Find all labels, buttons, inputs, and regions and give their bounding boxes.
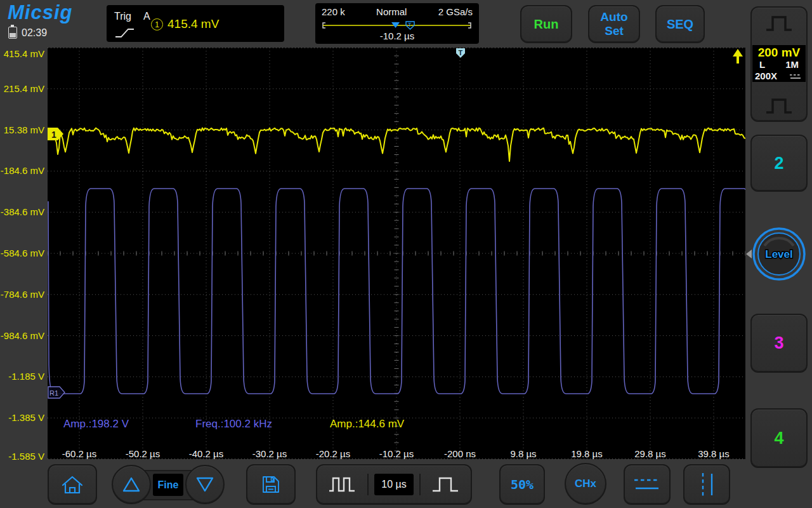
voltage-label: -1.185 V [0, 371, 44, 382]
trigger-level-offscreen-arrow [733, 49, 743, 64]
trigger-label: Trig [114, 11, 131, 22]
graticule-and-traces: 1R1T [48, 48, 745, 459]
level-indicator-arrow [746, 250, 752, 258]
channel-select-button[interactable]: CHx [565, 463, 606, 505]
trigger-status-panel[interactable]: Trig A 1 415.4 mV [107, 5, 284, 42]
voltage-label: -784.6 mV [0, 289, 44, 300]
sample-rate: 2 GSa/s [438, 6, 473, 17]
voltage-label: -384.6 mV [0, 206, 44, 217]
svg-text:R1: R1 [49, 389, 58, 397]
save-button[interactable] [246, 464, 296, 505]
trigger-time-marker: T [456, 48, 465, 58]
timebase-value: 10 µs [374, 474, 414, 495]
triangle-up-icon [122, 476, 141, 493]
pulse-icon [764, 97, 794, 114]
svg-text:T: T [459, 49, 463, 57]
right-control-sidebar: 200 mV L 1M 200X 2 [745, 0, 812, 508]
channel-1-bandwidth: L [759, 59, 765, 70]
adjust-up-button[interactable] [112, 465, 151, 504]
channel-1-badge: 1 [151, 18, 163, 30]
time-label: -20.2 µs [306, 448, 360, 459]
svg-text:1: 1 [51, 130, 56, 140]
channel-2-button[interactable]: 2 [750, 135, 808, 192]
level-knob-label: Level [765, 248, 792, 260]
horizontal-position-value: -10.2 µs [315, 30, 479, 41]
vertical-cursors-button[interactable] [683, 464, 730, 505]
rising-edge-icon [115, 27, 135, 39]
dc-coupling-icon [789, 72, 802, 80]
horizontal-cursors-icon [632, 476, 662, 493]
trigger-mode-normal: Normal [376, 6, 407, 17]
fine-mode-indicator[interactable]: Fine [153, 474, 183, 496]
save-icon [261, 474, 281, 495]
waveform-display[interactable]: 1R1T Amp.:198.2 VFreq.:100.2 kHzAmp.:144… [48, 48, 745, 459]
time-label: 9.8 µs [497, 448, 550, 459]
channel-1-scale: 200 mV [752, 45, 806, 59]
channel-1-position-marker: 1 [48, 128, 63, 140]
status-clock-row: 02:39 [8, 27, 47, 39]
memory-position-bar[interactable]: T [315, 20, 479, 30]
trigger-mode: A [143, 11, 150, 22]
level-knob[interactable]: Level [750, 225, 808, 283]
time-label: -200 ns [433, 448, 487, 459]
voltage-label: -1.385 V [0, 412, 44, 423]
single-pulse-icon [431, 475, 460, 494]
channel-1-button[interactable]: 200 mV L 1M 200X [750, 6, 808, 122]
voltage-label: 215.4 mV [0, 83, 44, 94]
horizontal-cursors-button[interactable] [624, 464, 671, 505]
memory-depth: 220 k [322, 6, 345, 17]
reference-position-marker: R1 [48, 387, 65, 398]
timebase-value-cell[interactable]: 10 µs [367, 474, 420, 495]
measurement-readout: Amp.:198.2 V [63, 418, 129, 431]
run-button[interactable]: Run [520, 5, 572, 43]
voltage-label: 415.4 mV [0, 48, 44, 59]
measurement-readout: Freq.:100.2 kHz [195, 418, 272, 431]
time-label: -10.2 µs [370, 448, 423, 459]
svg-text:T: T [408, 22, 412, 28]
time-label: 29.8 µs [624, 448, 677, 459]
time-label: -50.2 µs [116, 448, 169, 459]
channel-3-button[interactable]: 3 [750, 314, 808, 373]
brand-logo: Micsig [8, 1, 72, 24]
triangle-down-icon [195, 476, 214, 493]
graticule [48, 48, 745, 459]
home-button[interactable] [48, 464, 97, 505]
vertical-cursors-icon [694, 471, 719, 498]
voltage-label: -584.6 mV [0, 248, 44, 258]
double-pulse-icon [328, 475, 357, 494]
timebase-faster-button[interactable] [421, 475, 471, 494]
time-label: -40.2 µs [180, 448, 233, 459]
trigger-level-value: 415.4 mV [167, 17, 219, 31]
pulse-icon [764, 14, 794, 32]
channel-1-probe: 200X [755, 71, 777, 81]
voltage-label: -984.6 mV [0, 330, 44, 341]
home-icon [60, 474, 84, 495]
channel-4-button[interactable]: 4 [750, 408, 808, 468]
seq-button[interactable]: SEQ [655, 5, 705, 43]
timebase-group: 10 µs [316, 464, 472, 505]
time-label: 39.8 µs [687, 448, 740, 459]
channel-1-impedance: 1M [785, 59, 799, 70]
acquisition-panel[interactable]: 220 k Normal 2 GSa/s T -10.2 µs [315, 3, 479, 44]
ch1-waveform-trace [48, 128, 745, 162]
adjust-down-button[interactable] [185, 465, 225, 504]
battery-icon [8, 27, 17, 39]
time-label: -30.2 µs [243, 448, 296, 459]
timebase-slower-button[interactable] [317, 475, 367, 494]
voltage-label: -184.6 mV [0, 165, 44, 176]
channel-1-info-box: 200 mV L 1M 200X [752, 45, 806, 82]
oscilloscope-screen: Micsig 02:39 Trig A 1 415.4 mV 220 k Nor… [0, 0, 812, 508]
fifty-percent-button[interactable]: 50% [499, 464, 545, 505]
voltage-label: 15.38 mV [0, 124, 44, 135]
time-label: -60.2 µs [53, 448, 106, 459]
time-label: 19.8 µs [560, 448, 613, 459]
measurement-readout: Amp.:144.6 mV [330, 418, 404, 431]
clock-text: 02:39 [22, 27, 47, 39]
auto-set-button[interactable]: Auto Set [588, 5, 640, 43]
voltage-label: -1.585 V [0, 451, 44, 462]
